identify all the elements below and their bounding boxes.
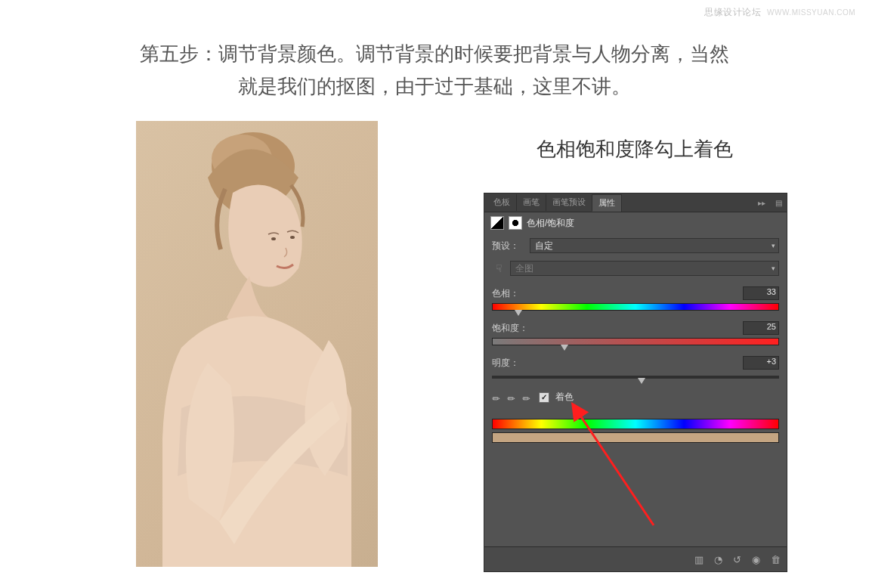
- lightness-thumb[interactable]: [638, 378, 645, 384]
- eyedropper-group: ✎ ✎ ✎: [492, 392, 533, 403]
- saturation-track[interactable]: [492, 338, 779, 345]
- preset-value: 自定: [535, 240, 553, 252]
- hue-label: 色相：: [492, 287, 519, 300]
- saturation-thumb[interactable]: [561, 345, 568, 351]
- watermark-title: 思缘设计论坛: [704, 7, 761, 17]
- clip-icon[interactable]: ▥: [694, 554, 704, 565]
- watermark-url: WWW.MISSYUAN.COM: [767, 8, 855, 17]
- hue-slider-block: 色相： 33: [492, 286, 779, 311]
- saturation-label: 饱和度：: [492, 322, 528, 335]
- hue-track[interactable]: [492, 303, 779, 311]
- preset-row: 预设： 自定 ▾: [492, 238, 779, 253]
- panel-caption: 色相饱和度降勾上着色: [484, 136, 786, 162]
- step-text-line1: 调节背景颜色。调节背景的时候要把背景与人物分离，当然: [218, 42, 729, 65]
- scope-select[interactable]: 全图 ▾: [510, 261, 779, 276]
- hue-thumb[interactable]: [515, 310, 522, 316]
- colorize-label: 着色: [555, 391, 574, 404]
- colorize-row: ✎ ✎ ✎ ✓ 着色: [492, 391, 779, 404]
- lightness-slider-block: 明度： +3: [492, 356, 779, 379]
- step-description: 第五步：调节背景颜色。调节背景的时候要把背景与人物分离，当然 就是我们的抠图，由…: [83, 38, 786, 103]
- gradient-rainbow: [492, 419, 779, 429]
- lightness-value[interactable]: +3: [743, 356, 779, 370]
- saturation-value[interactable]: 25: [743, 321, 779, 335]
- eyedropper-icon[interactable]: ✎: [490, 390, 505, 405]
- adjustment-title-row: 色相/饱和度: [484, 212, 787, 234]
- tab-swatches[interactable]: 色板: [487, 194, 517, 211]
- panel-title: 色相/饱和度: [527, 217, 574, 230]
- portrait-preview: [136, 121, 378, 567]
- preset-label: 预设：: [492, 240, 525, 252]
- chevron-down-icon: ▾: [772, 242, 775, 249]
- previous-state-icon[interactable]: ◔: [714, 554, 722, 565]
- preset-select[interactable]: 自定 ▾: [530, 238, 779, 253]
- trash-icon[interactable]: 🗑: [771, 554, 781, 565]
- eyedropper-minus-icon[interactable]: ✎: [520, 390, 535, 405]
- hue-saturation-panel: 色板 画笔 画笔预设 属性 ▸▸ ▤ 色相/饱和度 预设： 自定 ▾ ☟ 全图 …: [484, 193, 787, 572]
- colorize-checkbox[interactable]: ✓: [539, 392, 549, 403]
- tab-properties[interactable]: 属性: [592, 194, 622, 212]
- scope-row: ☟ 全图 ▾: [492, 261, 779, 276]
- lightness-track[interactable]: [492, 376, 779, 379]
- watermark: 思缘设计论坛 WWW.MISSYUAN.COM: [704, 6, 855, 19]
- reset-icon[interactable]: ↺: [733, 554, 741, 565]
- step-text-line2: 就是我们的抠图，由于过于基础，这里不讲。: [238, 75, 631, 97]
- svg-point-3: [290, 236, 295, 239]
- targeted-adjustment-icon[interactable]: ☟: [492, 262, 506, 275]
- saturation-slider-block: 饱和度： 25: [492, 321, 779, 345]
- eyedropper-plus-icon[interactable]: ✎: [505, 390, 520, 405]
- svg-point-2: [271, 237, 276, 240]
- collapse-icon[interactable]: ▸▸: [753, 199, 770, 207]
- tab-brushes[interactable]: 画笔: [517, 194, 546, 211]
- step-label: 第五步：: [140, 42, 218, 65]
- panel-body: 预设： 自定 ▾ ☟ 全图 ▾ 色相： 33: [484, 234, 787, 450]
- lightness-label: 明度：: [492, 357, 519, 370]
- visibility-icon[interactable]: ◉: [752, 554, 760, 565]
- panel-footer: ▥ ◔ ↺ ◉ 🗑: [484, 546, 787, 571]
- chevron-down-icon: ▾: [772, 265, 775, 272]
- panel-menu-icon[interactable]: ▤: [770, 199, 787, 207]
- gradient-preview: [492, 419, 779, 443]
- scope-value: 全图: [515, 262, 533, 275]
- adjustment-icon[interactable]: [490, 216, 504, 230]
- mask-icon[interactable]: [509, 216, 522, 230]
- panel-tabbar: 色板 画笔 画笔预设 属性 ▸▸ ▤: [484, 193, 787, 212]
- portrait-svg: [136, 121, 378, 567]
- hue-value[interactable]: 33: [743, 286, 779, 300]
- gradient-tinted: [492, 432, 779, 443]
- tab-brush-presets[interactable]: 画笔预设: [546, 194, 592, 211]
